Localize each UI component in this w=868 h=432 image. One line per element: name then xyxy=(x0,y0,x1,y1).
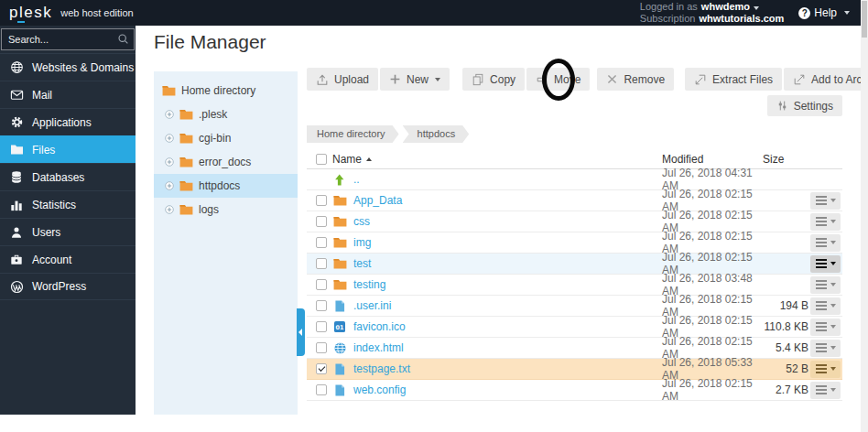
table-row[interactable]: App_DataJul 26, 2018 02:15 AM xyxy=(307,190,842,211)
column-header-modified[interactable]: Modified xyxy=(658,153,761,166)
search-input[interactable] xyxy=(1,28,135,50)
remove-button[interactable]: Remove xyxy=(597,68,674,91)
briefcase-icon xyxy=(9,254,24,266)
row-checkbox[interactable] xyxy=(316,363,327,374)
scrollbar-thumb[interactable] xyxy=(862,1,867,38)
copy-button[interactable]: Copy xyxy=(462,68,525,91)
tree-item-httpdocs[interactable]: httpdocs xyxy=(154,174,298,198)
file-manager-main: UploadNewCopyMoveRemoveExtract FilesAdd … xyxy=(307,68,842,401)
file-name-link[interactable]: index.html xyxy=(353,341,404,354)
breadcrumb-item-home-directory[interactable]: Home directory xyxy=(307,125,399,143)
button-label: Upload xyxy=(334,73,369,86)
user-name: whwdemo xyxy=(701,1,750,12)
up-icon xyxy=(332,174,347,186)
sidebar-item-mail[interactable]: Mail xyxy=(0,81,136,108)
tree-item-cgi-bin[interactable]: cgi-bin xyxy=(154,126,298,150)
row-menu-button[interactable] xyxy=(810,319,841,336)
expand-icon[interactable] xyxy=(165,181,174,190)
chevron-down-icon xyxy=(830,346,836,350)
table-row[interactable]: index.htmlJul 26, 2018 02:15 AM5.4 KB xyxy=(307,338,842,359)
sidebar-item-applications[interactable]: Applications xyxy=(0,108,136,135)
help-button[interactable]: ? Help xyxy=(798,6,850,19)
table-row[interactable]: .user.iniJul 26, 2018 02:15 AM194 B xyxy=(307,296,842,317)
sidebar-item-wordpress[interactable]: WordPress xyxy=(0,273,136,300)
settings-sliders-icon xyxy=(776,100,788,112)
row-menu-button[interactable] xyxy=(810,234,841,252)
new-button[interactable]: New xyxy=(380,68,450,91)
table-row[interactable]: web.configJul 26, 2018 02:15 AM2.7 KB xyxy=(307,380,842,401)
file-name-link[interactable]: img xyxy=(353,236,371,249)
table-row[interactable]: testingJul 26, 2018 03:48 AM xyxy=(307,275,842,296)
tree-item-error-docs[interactable]: error_docs xyxy=(154,150,298,174)
sidebar-item-files[interactable]: Files xyxy=(0,135,136,163)
table-row[interactable]: ..Jul 26, 2018 04:31 AM xyxy=(307,169,842,190)
expand-icon[interactable] xyxy=(165,205,174,214)
row-checkbox[interactable] xyxy=(316,195,327,206)
file-name-link[interactable]: App_Data xyxy=(353,194,402,207)
sidebar-item-label: Mail xyxy=(32,89,52,102)
row-menu-button[interactable] xyxy=(810,340,841,357)
sidebar-item-account[interactable]: Account xyxy=(0,245,136,273)
file-name-link[interactable]: .. xyxy=(353,173,360,186)
file-name-link[interactable]: test xyxy=(353,257,371,270)
row-menu-button[interactable] xyxy=(810,276,841,294)
row-checkbox[interactable] xyxy=(316,342,327,353)
move-button[interactable]: Move xyxy=(526,68,590,91)
sidebar-item-users[interactable]: Users xyxy=(0,218,136,245)
settings-button[interactable]: Settings xyxy=(767,95,842,116)
column-header-name[interactable]: Name xyxy=(332,153,372,166)
button-label: Extract Files xyxy=(712,73,773,86)
expand-icon[interactable] xyxy=(165,134,174,143)
tree-item-home-directory[interactable]: Home directory xyxy=(154,79,298,103)
column-header-size[interactable]: Size xyxy=(761,153,808,166)
file-name-link[interactable]: css xyxy=(353,215,370,228)
plesk-logo[interactable]: plesk xyxy=(9,4,52,22)
row-menu-button[interactable] xyxy=(810,297,841,315)
tree-item-logs[interactable]: logs xyxy=(154,198,298,221)
table-row[interactable]: testpage.txtJul 26, 2018 05:33 AM52 B xyxy=(307,359,842,380)
row-menu-button[interactable] xyxy=(810,213,841,231)
add-to-archive-button[interactable]: Add to Archive xyxy=(784,68,868,91)
user-menu[interactable]: whwdemo xyxy=(701,1,759,12)
sidebar-item-statistics[interactable]: Statistics xyxy=(0,190,136,218)
scrollbar[interactable] xyxy=(861,0,868,432)
tree-item-label: cgi-bin xyxy=(199,132,231,145)
file-name-link[interactable]: .user.ini xyxy=(353,299,391,312)
row-menu-button[interactable] xyxy=(810,255,841,273)
file-name-link[interactable]: favicon.ico xyxy=(353,320,406,333)
toolbar: UploadNewCopyMoveRemoveExtract FilesAdd … xyxy=(307,68,842,91)
row-checkbox[interactable] xyxy=(316,300,327,311)
extract-files-button[interactable]: Extract Files xyxy=(685,68,782,91)
table-row[interactable]: 01favicon.icoJul 26, 2018 02:15 AM110.8 … xyxy=(307,317,842,338)
row-checkbox[interactable] xyxy=(316,258,327,269)
row-checkbox[interactable] xyxy=(316,237,327,248)
file-name-link[interactable]: web.config xyxy=(353,383,406,396)
row-menu-button[interactable] xyxy=(810,192,841,210)
row-checkbox[interactable] xyxy=(316,216,327,227)
row-checkbox[interactable] xyxy=(316,279,327,290)
tree-collapse-handle[interactable] xyxy=(297,308,305,356)
sidebar-item-databases[interactable]: Databases xyxy=(0,163,136,190)
row-menu-button[interactable] xyxy=(810,382,841,399)
mail-icon xyxy=(9,88,24,102)
file-icon xyxy=(332,384,347,396)
table-row[interactable]: testJul 26, 2018 02:15 AM xyxy=(307,254,842,275)
subscription-label: Subscription xyxy=(640,13,696,24)
upload-button[interactable]: Upload xyxy=(307,68,378,91)
row-menu-button[interactable] xyxy=(810,361,841,378)
help-label: Help xyxy=(814,6,837,19)
file-name-link[interactable]: testing xyxy=(353,278,385,291)
remove-icon xyxy=(606,73,618,85)
expand-icon[interactable] xyxy=(165,157,174,167)
table-row[interactable]: cssJul 26, 2018 02:15 AM xyxy=(307,211,842,232)
row-checkbox[interactable] xyxy=(316,384,327,395)
select-all-checkbox[interactable] xyxy=(316,154,327,165)
file-name-link[interactable]: testpage.txt xyxy=(353,362,410,375)
help-icon: ? xyxy=(798,7,810,19)
table-row[interactable]: imgJul 26, 2018 02:15 AM xyxy=(307,232,842,254)
breadcrumb-item-httpdocs[interactable]: httpdocs xyxy=(403,125,470,143)
expand-icon[interactable] xyxy=(165,110,174,119)
tree-item-plesk[interactable]: .plesk xyxy=(154,103,298,126)
sidebar-item-websites-domains[interactable]: Websites & Domains xyxy=(0,53,136,81)
row-checkbox[interactable] xyxy=(316,321,327,332)
